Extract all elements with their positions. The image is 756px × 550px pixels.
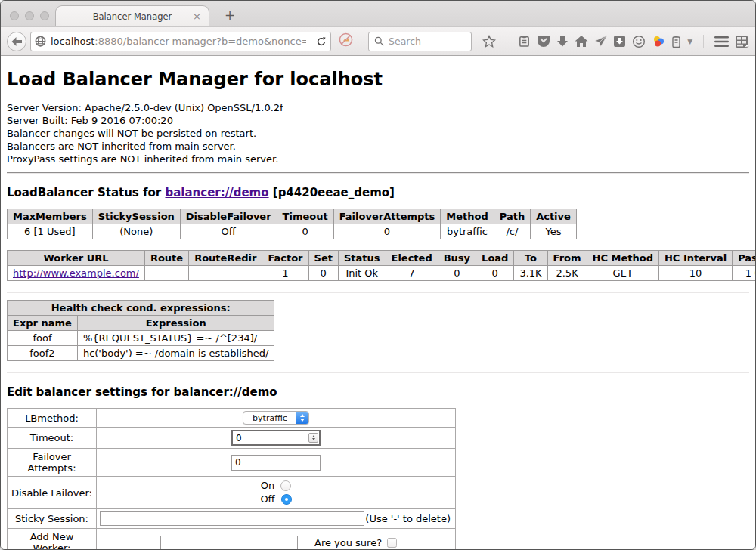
column-header: Status bbox=[338, 251, 386, 266]
table-cell: Off bbox=[180, 224, 277, 239]
column-header: Method bbox=[441, 209, 494, 224]
column-header: Timeout bbox=[277, 209, 333, 224]
table-cell: foof2 bbox=[8, 346, 78, 361]
tab-bar: Balancer Manager × + bbox=[1, 1, 755, 26]
column-header: Worker URL bbox=[8, 251, 145, 266]
close-tab-icon[interactable]: × bbox=[193, 11, 201, 21]
column-header: StickySession bbox=[92, 209, 180, 224]
on-radio-label: On bbox=[261, 479, 274, 493]
chevron-down-icon[interactable]: ▼ bbox=[687, 38, 692, 45]
search-bar[interactable]: Search bbox=[368, 32, 472, 51]
reload-button[interactable] bbox=[316, 36, 327, 47]
column-header: Busy bbox=[438, 251, 476, 266]
table-cell: 0 bbox=[333, 224, 441, 239]
sticky-session-row: Sticky Session: (Use '-' to delete) bbox=[8, 509, 456, 529]
column-header: Expr name bbox=[8, 316, 78, 331]
downloads-button[interactable] bbox=[556, 35, 569, 48]
balancer-settings-form: LBmethod: bytraffic Timeout: bbox=[7, 408, 456, 549]
column-header: RouteRedir bbox=[189, 251, 262, 266]
url-bar[interactable]: localhost:8880/balancer-manager?b=demo&n… bbox=[30, 32, 331, 51]
grid-notes-button[interactable] bbox=[735, 35, 749, 48]
disable-failover-label: Disable Failover: bbox=[8, 477, 97, 509]
column-header: Passes bbox=[733, 251, 755, 266]
lbmethod-select[interactable]: bytraffic bbox=[243, 411, 309, 425]
table-cell: http://www.example.com/ bbox=[8, 266, 145, 281]
failover-on-radio[interactable] bbox=[280, 480, 291, 491]
server-built-line: Server Built: Feb 9 2016 07:00:20 bbox=[7, 114, 749, 127]
table-cell: Yes bbox=[531, 224, 577, 239]
column-header: Route bbox=[144, 251, 188, 266]
failover-attempts-row: Failover Attempts: bbox=[8, 449, 456, 477]
timeout-input[interactable] bbox=[231, 430, 321, 446]
table-cell: Init Ok bbox=[338, 266, 386, 281]
failover-attempts-input[interactable] bbox=[231, 455, 321, 471]
table-row: 6 [1 Used](None)Off00bytraffic/c/Yes bbox=[8, 224, 577, 239]
health-check-table: Health check cond. expressions:Expr name… bbox=[7, 300, 274, 361]
table-cell: 3.1K bbox=[514, 266, 547, 281]
loadbalancer-status-heading: LoadBalancer Status for balancer://demo … bbox=[7, 186, 749, 199]
search-icon bbox=[374, 36, 384, 46]
lbmethod-label: LBmethod: bbox=[8, 409, 97, 428]
select-stepper-icon bbox=[296, 412, 308, 424]
balancer-status-table: MaxMembersStickySessionDisableFailoverTi… bbox=[7, 209, 577, 239]
close-window-button[interactable] bbox=[10, 11, 19, 20]
column-header: Path bbox=[494, 209, 530, 224]
extension-download-button[interactable] bbox=[613, 35, 626, 48]
table-cell: 0 bbox=[438, 266, 476, 281]
minimize-window-button[interactable] bbox=[25, 11, 34, 20]
table-cell: hc('body') =~ /domain is established/ bbox=[77, 346, 274, 361]
add-worker-label: Add New Worker: bbox=[8, 529, 97, 550]
column-header: From bbox=[547, 251, 587, 266]
toolbar-divider bbox=[507, 35, 507, 48]
pocket-button[interactable] bbox=[537, 35, 550, 48]
bookmark-star-button[interactable] bbox=[482, 35, 496, 48]
table-row: http://www.example.com/10Init Ok7003.1K2… bbox=[8, 266, 756, 281]
sticky-session-input[interactable] bbox=[100, 511, 364, 526]
send-tab-button[interactable] bbox=[594, 35, 608, 48]
are-you-sure-label: Are you sure? bbox=[314, 537, 382, 548]
lbmethod-row: LBmethod: bytraffic bbox=[8, 409, 456, 428]
feedback-smiley-button[interactable] bbox=[632, 35, 646, 48]
section-divider-2 bbox=[7, 292, 749, 293]
table-cell: 10 bbox=[658, 266, 732, 281]
reading-list-button[interactable] bbox=[518, 35, 531, 48]
content-block-icon[interactable] bbox=[339, 32, 353, 50]
section-divider-3 bbox=[7, 372, 749, 373]
failover-attempts-label: Failover Attempts: bbox=[8, 449, 97, 477]
navigation-toolbar: localhost:8880/balancer-manager?b=demo&n… bbox=[1, 26, 755, 56]
balancer-demo-link[interactable]: balancer://demo bbox=[165, 186, 268, 199]
sticky-delete-hint: (Use '-' to delete) bbox=[365, 513, 452, 524]
home-button[interactable] bbox=[575, 35, 588, 48]
toolbar-divider-2 bbox=[703, 35, 704, 48]
page-title: Load Balancer Manager for localhost bbox=[7, 56, 749, 90]
persist-note-line: Balancer changes will NOT be persisted o… bbox=[7, 127, 749, 140]
worker-url-link[interactable]: http://www.example.com/ bbox=[13, 267, 139, 279]
table-cell: /c/ bbox=[494, 224, 530, 239]
tab-title: Balancer Manager bbox=[93, 11, 172, 22]
column-header: FailoverAttempts bbox=[333, 209, 441, 224]
add-worker-input[interactable] bbox=[160, 536, 298, 550]
are-you-sure-checkbox[interactable] bbox=[387, 538, 397, 548]
browser-tab[interactable]: Balancer Manager × bbox=[55, 5, 209, 26]
table-cell: 7 bbox=[386, 266, 438, 281]
server-info: Server Version: Apache/2.5.0-dev (Unix) … bbox=[7, 101, 749, 165]
zoom-window-button[interactable] bbox=[40, 11, 49, 20]
color-picker-extension-button[interactable] bbox=[652, 35, 665, 48]
column-header: Expression bbox=[77, 316, 274, 331]
edit-settings-heading: Edit balancer settings for balancer://de… bbox=[7, 385, 749, 399]
timeout-label: Timeout: bbox=[8, 428, 97, 449]
menu-hamburger-button[interactable] bbox=[714, 36, 729, 47]
add-worker-row: Add New Worker: Are you sure? bbox=[8, 529, 456, 550]
worker-status-table: Worker URLRouteRouteRedirFactorSetStatus… bbox=[7, 250, 755, 281]
new-tab-button[interactable]: + bbox=[220, 8, 240, 23]
table-row: foof2hc('body') =~ /domain is establishe… bbox=[8, 346, 274, 361]
table-cell: foof bbox=[8, 331, 78, 346]
column-header: Set bbox=[308, 251, 338, 266]
off-radio-label: Off bbox=[260, 493, 274, 506]
table-cell: %{REQUEST_STATUS} =~ /^[234]/ bbox=[77, 331, 274, 346]
number-spinner-icon[interactable] bbox=[308, 433, 318, 443]
battery-extension-button[interactable] bbox=[671, 35, 681, 48]
back-button[interactable] bbox=[7, 32, 26, 51]
url-text: localhost:8880/balancer-manager?b=demo&n… bbox=[51, 36, 306, 47]
failover-off-radio[interactable] bbox=[281, 494, 292, 505]
